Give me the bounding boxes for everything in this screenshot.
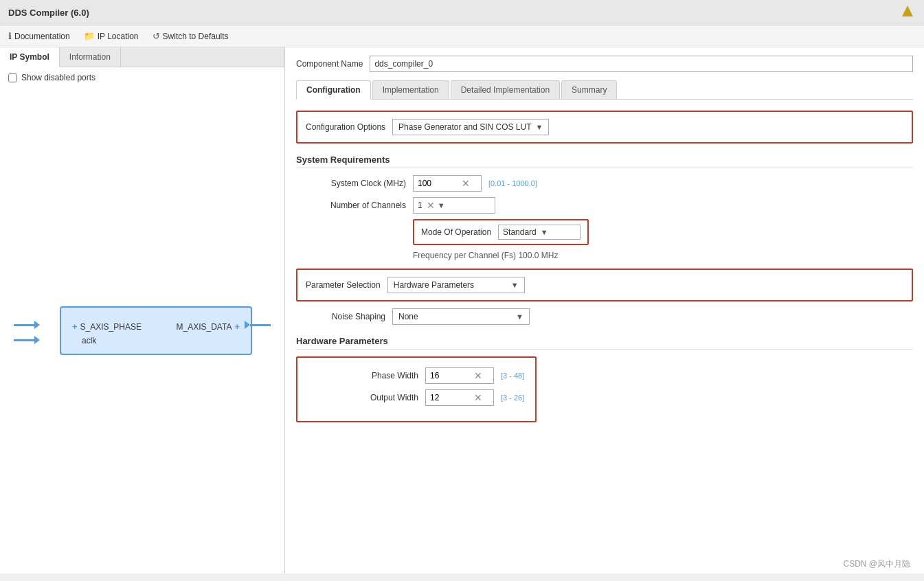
tab-implementation[interactable]: Implementation xyxy=(372,80,449,99)
svg-marker-0 xyxy=(902,5,913,16)
tab-summary[interactable]: Summary xyxy=(561,80,617,99)
system-clock-row: System Clock (MHz) ✕ [0.01 - 1000.0] xyxy=(296,175,913,192)
system-clock-input[interactable] xyxy=(418,179,459,188)
right-panel: Component Name Configuration Implementat… xyxy=(285,47,924,573)
phase-width-row: Phase Width ✕ [3 - 48] xyxy=(308,367,524,384)
m-axis-data-label: M_AXIS_DATA xyxy=(176,322,232,332)
noise-shaping-select[interactable]: None ▼ xyxy=(392,308,530,325)
config-tabs: Configuration Implementation Detailed Im… xyxy=(296,80,913,100)
output-width-label: Output Width xyxy=(308,393,418,402)
channels-value: 1 xyxy=(418,201,422,210)
location-icon: 📁 xyxy=(84,31,95,41)
channels-row: Number of Channels 1 ✕ ▼ xyxy=(296,197,913,214)
system-requirements-header: System Requirements xyxy=(296,155,913,168)
noise-shaping-label: Noise Shaping xyxy=(296,312,385,321)
port-plus-icon: + xyxy=(72,321,78,332)
parameter-selection-select[interactable]: Hardware Parameters ▼ xyxy=(387,277,525,293)
toolbar: ℹ Documentation 📁 IP Location ↺ Switch t… xyxy=(0,25,924,47)
noise-shaping-arrow: ▼ xyxy=(516,312,523,321)
ip-location-label: IP Location xyxy=(98,32,139,41)
mode-of-operation-row: Mode Of Operation Standard ▼ xyxy=(296,219,913,245)
mode-of-operation-box: Mode Of Operation Standard ▼ xyxy=(413,219,589,245)
phase-width-label: Phase Width xyxy=(308,371,418,380)
watermark: CSDN @风中月隐 xyxy=(843,558,910,570)
config-options-box: Configuration Options Phase Generator an… xyxy=(296,111,913,144)
phase-width-clear[interactable]: ✕ xyxy=(474,370,482,381)
mode-of-operation-select[interactable]: Standard ▼ xyxy=(498,225,581,240)
switch-to-defaults-label: Switch to Defaults xyxy=(163,32,229,41)
right-ports: M_AXIS_DATA + xyxy=(176,321,240,345)
tab-ip-symbol[interactable]: IP Symbol xyxy=(0,47,60,67)
noise-shaping-value: None xyxy=(398,312,418,321)
phase-width-range: [3 - 48] xyxy=(501,372,524,380)
left-tabs-row: IP Symbol Information xyxy=(0,47,284,67)
tab-detailed-implementation[interactable]: Detailed Implementation xyxy=(451,80,560,99)
parameter-selection-arrow: ▼ xyxy=(511,281,519,289)
switch-to-defaults-button[interactable]: ↺ Switch to Defaults xyxy=(153,31,229,41)
app-title: DDS Compiler (6.0) xyxy=(8,8,89,18)
ip-location-link[interactable]: 📁 IP Location xyxy=(84,31,139,41)
app-logo xyxy=(899,4,916,21)
port-s-axis-phase: + S_AXIS_PHASE xyxy=(72,321,142,332)
output-width-row: Output Width ✕ [3 - 26] xyxy=(308,389,524,406)
port-aclk: aclk xyxy=(72,336,142,345)
title-bar: DDS Compiler (6.0) xyxy=(0,0,924,25)
system-clock-range: [0.01 - 1000.0] xyxy=(488,179,537,187)
noise-shaping-row: Noise Shaping None ▼ xyxy=(296,308,913,325)
main-layout: IP Symbol Information Show disabled port… xyxy=(0,47,924,573)
channels-label: Number of Channels xyxy=(296,201,406,210)
output-width-input-wrap: ✕ xyxy=(425,389,494,406)
refresh-icon: ↺ xyxy=(153,31,160,41)
config-options-select[interactable]: Phase Generator and SIN COS LUT ▼ xyxy=(392,119,549,135)
system-clock-input-wrap: ✕ xyxy=(413,175,482,192)
hw-params-header: Hardware Parameters xyxy=(296,336,913,350)
mode-of-operation-label: Mode Of Operation xyxy=(421,227,491,237)
channels-select[interactable]: 1 ✕ ▼ xyxy=(413,197,495,214)
channels-clear[interactable]: ✕ xyxy=(427,200,435,211)
mode-arrow: ▼ xyxy=(541,228,548,236)
documentation-label: Documentation xyxy=(14,32,70,41)
phase-width-input-wrap: ✕ xyxy=(425,367,494,384)
mode-of-operation-value: Standard xyxy=(503,227,537,237)
config-options-label: Configuration Options xyxy=(306,122,385,132)
show-disabled-checkbox[interactable] xyxy=(8,73,17,82)
system-clock-clear[interactable]: ✕ xyxy=(462,178,470,189)
component-name-label: Component Name xyxy=(296,59,363,69)
ip-block: + S_AXIS_PHASE aclk M_AXIS_DATA + xyxy=(60,306,252,355)
system-clock-label: System Clock (MHz) xyxy=(296,179,406,188)
ip-ports: + S_AXIS_PHASE aclk M_AXIS_DATA + xyxy=(72,321,240,345)
hardware-parameters-section: Hardware Parameters Phase Width ✕ [3 - 4… xyxy=(296,336,913,422)
tab-information[interactable]: Information xyxy=(60,47,121,67)
left-panel: IP Symbol Information Show disabled port… xyxy=(0,47,285,573)
component-name-row: Component Name xyxy=(296,56,913,72)
parameter-selection-box: Parameter Selection Hardware Parameters … xyxy=(296,269,913,301)
aclk-label: aclk xyxy=(82,336,96,345)
output-width-input[interactable] xyxy=(430,393,471,402)
port-plus-right-icon: + xyxy=(234,321,240,332)
config-options-arrow: ▼ xyxy=(536,123,543,131)
channels-arrow: ▼ xyxy=(438,201,445,209)
phase-width-input[interactable] xyxy=(430,371,471,380)
component-name-input[interactable] xyxy=(370,56,913,72)
left-ports: + S_AXIS_PHASE aclk xyxy=(72,321,142,345)
hw-params-box: Phase Width ✕ [3 - 48] Output Width ✕ [3… xyxy=(296,356,537,422)
port-m-axis-data: M_AXIS_DATA + xyxy=(176,321,240,332)
config-options-value: Phase Generator and SIN COS LUT xyxy=(398,122,531,132)
symbol-area: + S_AXIS_PHASE aclk M_AXIS_DATA + xyxy=(0,88,284,573)
info-icon: ℹ xyxy=(8,31,12,41)
s-axis-phase-label: S_AXIS_PHASE xyxy=(80,322,142,332)
parameter-selection-label: Parameter Selection xyxy=(306,280,381,290)
system-requirements: System Requirements System Clock (MHz) ✕… xyxy=(296,155,913,260)
freq-per-channel: Frequency per Channel (Fs) 100.0 MHz xyxy=(413,251,913,260)
output-width-clear[interactable]: ✕ xyxy=(474,392,482,403)
documentation-link[interactable]: ℹ Documentation xyxy=(8,31,70,41)
parameter-selection-value: Hardware Parameters xyxy=(394,280,474,290)
tab-configuration[interactable]: Configuration xyxy=(296,80,371,100)
show-disabled-ports-row: Show disabled ports xyxy=(0,67,284,88)
output-width-range: [3 - 26] xyxy=(501,394,524,402)
show-disabled-label: Show disabled ports xyxy=(21,73,95,82)
